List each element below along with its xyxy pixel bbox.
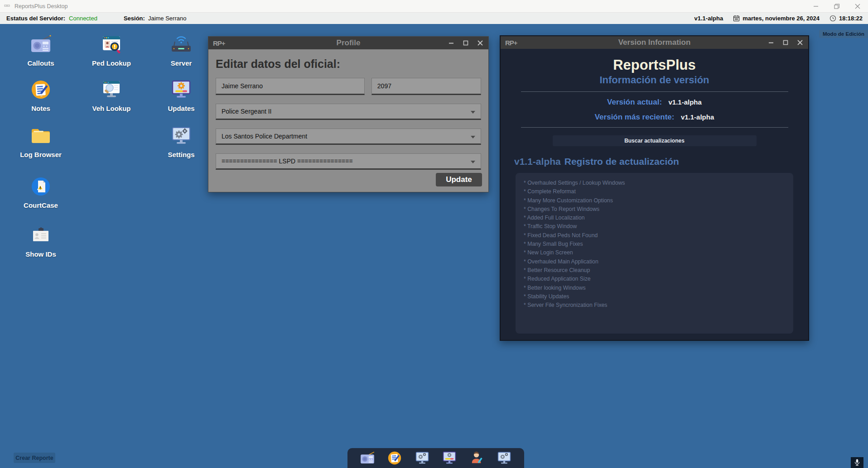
desktop-icon-label: Settings	[168, 151, 194, 158]
desktop-icon-notes[interactable]: Notes	[16, 79, 66, 112]
changelog-item: * Many Small Bug Fixes	[524, 240, 785, 248]
settings-monitor-icon	[170, 125, 192, 147]
divider	[521, 91, 788, 92]
changelog-item: * Server File Syncronization Fixes	[524, 301, 785, 310]
desktop-icon-updates[interactable]: Updates	[156, 79, 206, 112]
changelog-heading: v1.1-alphaRegistro de actualización	[514, 156, 808, 167]
changelog-item: * Overhauled Main Application	[524, 258, 785, 266]
latest-version-value: v1.1-alpha	[681, 113, 714, 121]
close-icon[interactable]	[797, 40, 803, 45]
division-value: =============== LSPD ===============	[222, 158, 353, 165]
changelog-item: * Better Resource Cleanup	[524, 266, 785, 275]
version-window-titlebar[interactable]: RP+ Version Information	[501, 36, 808, 49]
current-version-value: v1.1-alpha	[669, 98, 702, 106]
desktop-icon-ped-lookup[interactable]: Ped Lookup	[87, 33, 136, 67]
dock-item-notes[interactable]	[387, 450, 402, 466]
dock-item-callouts[interactable]	[360, 450, 375, 466]
badge-number-input[interactable]	[371, 78, 481, 95]
changelog-item: * Changes To Report Windows	[524, 205, 785, 214]
current-version-label: Versión actual:	[607, 98, 662, 106]
dock-item-profile[interactable]	[469, 450, 485, 466]
version-subtitle: Información de versión	[501, 74, 808, 86]
radio-icon	[360, 450, 375, 466]
edit-mode-badge: Modo de Edición	[819, 30, 868, 38]
dock	[347, 448, 524, 468]
changelog-item: * New Login Screen	[524, 248, 785, 257]
update-button[interactable]: Update	[436, 173, 482, 186]
updates-monitor-icon	[442, 450, 457, 466]
changelog-item: * Fixed Dead Peds Not Found	[524, 231, 785, 240]
department-dropdown[interactable]: Los Santos Police Department	[216, 129, 481, 145]
window-restore-icon[interactable]	[826, 0, 847, 12]
chevron-down-icon	[471, 161, 475, 163]
rank-dropdown[interactable]: Police Sergeant II	[216, 104, 481, 120]
changelog-list: * Overhauled Settings / Lookup Windows *…	[524, 179, 785, 310]
courtcase-icon	[30, 176, 52, 197]
changelog-panel[interactable]: * Overhauled Settings / Lookup Windows *…	[516, 173, 793, 334]
chevron-down-icon	[471, 111, 475, 114]
create-report-button[interactable]: Crear Reporte	[14, 453, 55, 463]
maximize-icon[interactable]	[463, 40, 468, 46]
division-dropdown[interactable]: =============== LSPD ===============	[216, 153, 481, 170]
changelog-item: * Stability Updates	[524, 292, 785, 301]
app-title: ReportsPlus Desktop	[14, 3, 68, 10]
clock-icon	[829, 15, 836, 22]
desktop-icon-label: Updates	[168, 105, 194, 112]
server-status-label: Estatus del Servidor:	[6, 15, 65, 22]
version-badge: v1.1-alpha	[694, 15, 723, 22]
veh-lookup-icon	[101, 79, 122, 100]
close-icon[interactable]	[477, 40, 483, 46]
profile-window-title: Profile	[208, 38, 488, 48]
server-status-value: Connected	[69, 15, 97, 22]
profile-window: RP+ Profile Editar datos del oficial: Po…	[208, 36, 489, 192]
desktop-icon-label: Notes	[31, 105, 50, 112]
desktop-icon-label: Veh Lookup	[92, 105, 130, 112]
dock-item-settings-2[interactable]	[497, 450, 512, 466]
desktop-icon-veh-lookup[interactable]: Veh Lookup	[87, 79, 136, 112]
window-close-icon[interactable]	[847, 0, 868, 12]
microphone-button[interactable]	[851, 457, 863, 468]
window-minimize-icon[interactable]	[805, 0, 826, 12]
dock-item-updates[interactable]	[442, 450, 457, 466]
changelog-version: v1.1-alpha	[514, 156, 561, 167]
desktop-icon-label: Log Browser	[20, 151, 62, 158]
radio-icon	[30, 33, 52, 55]
desktop-icon-show-ids[interactable]: Show IDs	[16, 224, 66, 258]
changelog-item: * Better looking Windows	[524, 284, 785, 292]
settings-monitor-icon	[415, 450, 430, 466]
notes-icon	[30, 79, 52, 100]
profile-window-titlebar[interactable]: RP+ Profile	[208, 37, 488, 49]
ped-lookup-icon	[101, 33, 122, 55]
check-updates-button[interactable]: Buscar actualizaciones	[553, 135, 757, 146]
changelog-heading-text: Registro de actualización	[564, 156, 679, 167]
desktop-icon-settings[interactable]: Settings	[156, 125, 206, 158]
desktop-icon-label: Callouts	[27, 59, 54, 67]
officer-name-input[interactable]	[216, 78, 365, 95]
minimize-icon[interactable]	[448, 40, 454, 46]
status-bar: Estatus del Servidor: Connected Sesión: …	[0, 13, 868, 24]
notes-icon	[387, 450, 402, 466]
desktop-icon-server[interactable]: Server	[156, 33, 206, 67]
microphone-icon	[854, 458, 861, 467]
changelog-item: * Many More Customization Options	[524, 196, 785, 205]
minimize-icon[interactable]	[768, 40, 774, 45]
session-value: Jaime Serrano	[148, 15, 187, 22]
chevron-down-icon	[471, 136, 475, 138]
changelog-item: * Reduced Application Size	[524, 275, 785, 283]
desktop-icon-courtcase[interactable]: CourtCase	[16, 176, 66, 209]
changelog-item: * Complete Reformat	[524, 187, 785, 196]
dock-item-settings[interactable]	[415, 450, 430, 466]
desktop-icon-callouts[interactable]: Callouts	[16, 33, 66, 67]
session-label: Sesión:	[124, 15, 145, 22]
desktop-icon-log-browser[interactable]: Log Browser	[16, 125, 66, 158]
rank-value: Police Sergeant II	[222, 108, 272, 115]
divider	[521, 127, 788, 128]
folder-icon	[30, 125, 52, 147]
time-text: 18:18:22	[839, 15, 863, 22]
updates-icon	[170, 79, 192, 100]
desktop-icon-label: Ped Lookup	[92, 59, 131, 67]
date-text: martes, noviembre 26, 2024	[743, 15, 820, 22]
changelog-item: * Overhauled Settings / Lookup Windows	[524, 179, 785, 187]
version-window-title: Version Information	[501, 38, 808, 47]
maximize-icon[interactable]	[783, 40, 788, 45]
